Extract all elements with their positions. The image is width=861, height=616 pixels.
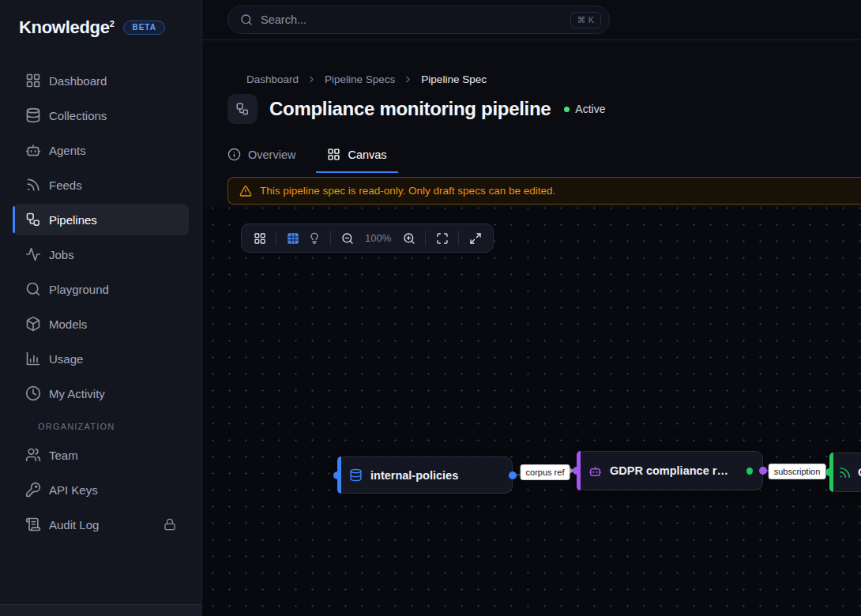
node-label: GDPR compliance revie... — [610, 464, 728, 477]
node-collection-internal-policies[interactable]: internal-policies — [337, 456, 513, 494]
rss-icon — [838, 466, 852, 479]
package-icon — [25, 316, 41, 332]
toolbar-divider — [276, 231, 276, 246]
global-search[interactable]: ⌘ K — [227, 6, 610, 34]
main-area: ⌘ K Dashboard Pipeline Specs Pipeline Sp… — [202, 0, 861, 616]
sidebar-item-label: Audit Log — [49, 518, 99, 531]
sidebar-item-feeds[interactable]: Feeds — [13, 169, 189, 201]
canvas-pane[interactable]: 100% — [202, 207, 861, 616]
sidebar-item-label: Agents — [49, 144, 86, 157]
page-content: Dashboard Pipeline Specs Pipeline Spec C… — [202, 40, 861, 616]
node-agent-gdpr-compliance[interactable]: GDPR compliance revie... — [577, 451, 763, 490]
breadcrumb-current: Pipeline Spec — [421, 73, 487, 85]
status-dot — [564, 107, 570, 112]
toolbar-divider — [458, 231, 459, 246]
sidebar-item-label: Dashboard — [49, 74, 107, 88]
database-icon — [349, 468, 363, 482]
node-handle-target[interactable] — [825, 468, 833, 476]
sidebar-item-playground[interactable]: Playground — [13, 273, 189, 305]
sidebar-footer — [0, 604, 201, 616]
sidebar-item-api-keys[interactable]: API Keys — [13, 474, 189, 505]
breadcrumb-pipeline-specs[interactable]: Pipeline Specs — [325, 73, 395, 85]
sidebar-item-label: Jobs — [49, 248, 74, 261]
zoom-in-button[interactable] — [398, 227, 419, 249]
edges-layer — [202, 207, 861, 616]
chevron-right-icon — [403, 74, 413, 85]
read-only-banner: This pipeline spec is read-only. Only dr… — [227, 177, 861, 205]
table-grid-icon — [287, 232, 299, 245]
sidebar-item-pipelines[interactable]: Pipelines — [13, 204, 189, 235]
key-icon — [25, 482, 41, 498]
page-title: Compliance monitoring pipeline — [269, 98, 551, 120]
clock-icon — [25, 385, 41, 401]
sidebar-item-label: Playground — [49, 283, 109, 296]
node-feed[interactable]: G — [829, 453, 861, 492]
edge-label-corpus-ref: corpus ref — [521, 464, 570, 480]
sidebar-item-label: My Activity — [49, 387, 105, 400]
activity-icon — [25, 246, 41, 262]
node-handle-target[interactable] — [333, 471, 341, 479]
sidebar-item-audit-log[interactable]: Audit Log — [13, 509, 189, 540]
chevron-right-icon — [306, 74, 317, 85]
breadcrumb: Dashboard Pipeline Specs Pipeline Spec — [246, 73, 861, 85]
top-header: ⌘ K — [202, 0, 861, 40]
workflow-icon — [235, 102, 250, 116]
sidebar-item-label: API Keys — [49, 483, 98, 497]
scroll-text-icon — [25, 516, 41, 532]
lightbulb-icon — [308, 232, 321, 245]
tab-overview[interactable]: Overview — [216, 145, 306, 173]
zoom-out-icon — [341, 232, 354, 245]
node-label: internal-policies — [370, 469, 458, 482]
sidebar-item-dashboard[interactable]: Dashboard — [13, 65, 189, 96]
hints-button[interactable] — [303, 227, 325, 249]
alert-triangle-icon — [239, 185, 252, 197]
fullscreen-button[interactable] — [464, 227, 486, 249]
banner-text: This pipeline spec is read-only. Only dr… — [260, 185, 555, 197]
fit-view-button[interactable] — [431, 227, 453, 249]
rss-icon — [25, 177, 41, 193]
lock-icon — [164, 518, 176, 531]
tab-bar: Overview Canvas — [216, 145, 861, 173]
edge-label-subscription: subscription — [769, 464, 826, 479]
sidebar-item-label: Usage — [49, 352, 83, 366]
zoom-in-icon — [403, 232, 415, 245]
sidebar-item-agents[interactable]: Agents — [13, 134, 189, 166]
beta-badge: BETA — [123, 21, 164, 35]
sidebar-nav: Dashboard Collections Agents Feeds Pipel… — [0, 65, 201, 540]
dashboard-icon — [25, 73, 41, 88]
node-handle-source[interactable] — [759, 467, 767, 475]
search-input[interactable] — [261, 13, 562, 26]
database-icon — [25, 107, 41, 123]
node-handle-target[interactable] — [573, 467, 581, 475]
layout-grid-icon — [254, 232, 266, 245]
search-icon — [240, 13, 253, 26]
zoom-level-label: 100% — [358, 232, 398, 244]
grid-icon — [327, 148, 340, 161]
sidebar-item-models[interactable]: Models — [13, 308, 189, 340]
title-row: Compliance monitoring pipeline Active — [227, 94, 836, 124]
logo: Knowledge2 BETA — [0, 17, 201, 38]
sidebar-item-usage[interactable]: Usage — [13, 343, 189, 374]
sidebar-item-my-activity[interactable]: My Activity — [13, 377, 189, 409]
status-badge: Active — [564, 103, 605, 115]
tab-label: Canvas — [348, 148, 386, 161]
sidebar-item-jobs[interactable]: Jobs — [13, 239, 189, 270]
bar-chart-icon — [25, 351, 41, 366]
sidebar-item-label: Team — [49, 449, 78, 462]
breadcrumb-dashboard[interactable]: Dashboard — [246, 73, 299, 85]
sidebar: Knowledge2 BETA Dashboard Collections Ag… — [0, 0, 202, 616]
sidebar-item-collections[interactable]: Collections — [13, 100, 189, 131]
tab-canvas[interactable]: Canvas — [316, 145, 397, 173]
tab-label: Overview — [248, 148, 295, 161]
toolbar-divider — [425, 231, 426, 246]
sidebar-item-team[interactable]: Team — [13, 439, 189, 471]
node-handle-source[interactable] — [509, 471, 517, 479]
bot-icon — [25, 142, 41, 158]
layout-grid-button[interactable] — [249, 227, 270, 249]
sidebar-item-label: Feeds — [49, 178, 82, 192]
zoom-out-button[interactable] — [337, 227, 358, 249]
sidebar-item-label: Pipelines — [49, 213, 97, 227]
sidebar-item-label: Collections — [49, 109, 107, 122]
toolbar-divider — [330, 231, 331, 246]
grid-view-button[interactable] — [282, 227, 303, 249]
